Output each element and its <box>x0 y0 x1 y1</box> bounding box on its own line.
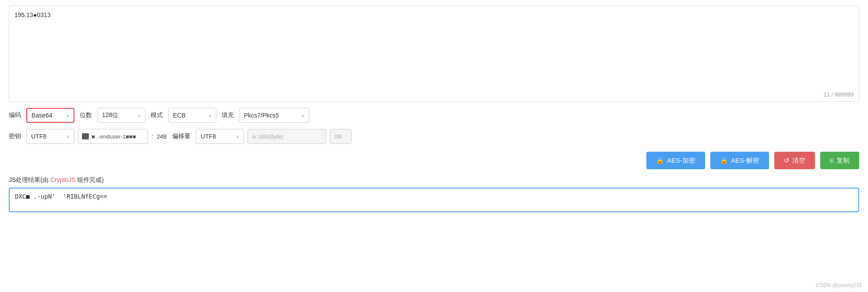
result-label-prefix: JS处理结果(由 <box>9 176 50 183</box>
iv-size-text: 0B <box>335 133 342 140</box>
fill-group: 填充 Pkcs7/Pkcs5 ∨ <box>222 108 309 123</box>
key-encoding-value: UTF8 <box>31 133 46 140</box>
decrypt-lock-icon: 🔒 <box>720 157 728 164</box>
copy-icon: ⎘ <box>830 157 834 164</box>
mode-value: ECB <box>173 112 186 119</box>
bits-select[interactable]: 128位 ∨ <box>97 108 145 123</box>
bits-chevron-icon: ∨ <box>138 113 141 118</box>
bits-label: 位数 <box>80 111 92 119</box>
encoding-label: 编码 <box>9 111 21 119</box>
iv-placeholder-text: iv 16B(Byte) <box>252 133 283 140</box>
key-icon <box>82 133 89 139</box>
key-label: 密钥 <box>9 132 21 140</box>
clear-icon: ↺ <box>784 157 790 164</box>
fill-select[interactable]: Pkcs7/Pkcs5 ∨ <box>239 108 309 123</box>
offset-encoding-chevron-icon: ∨ <box>236 134 239 139</box>
offset-encoding-select[interactable]: UTF8 ∨ <box>196 129 244 144</box>
bits-group: 位数 128位 ∨ <box>80 108 145 123</box>
iv-input[interactable]: iv 16B(Byte) <box>247 129 326 144</box>
key-colon: : <box>152 133 153 140</box>
key-value: ■ .-enduser-1■■■ <box>92 133 136 140</box>
offset-group: 偏移量 UTF8 ∨ iv 16B(Byte) 0B <box>172 129 352 144</box>
mode-select[interactable]: ECB ∨ <box>168 108 216 123</box>
controls-row-2: 密钥 UTF8 ∨ ■ .-enduser-1■■■ : 24B 偏移量 UTF… <box>9 129 859 144</box>
mode-label: 模式 <box>151 111 163 119</box>
fill-chevron-icon: ∨ <box>301 113 304 118</box>
encoding-value: Base64 <box>32 112 52 119</box>
key-encoding-select[interactable]: UTF8 ∨ <box>26 129 74 144</box>
encrypt-label: AES-加密 <box>667 157 695 165</box>
watermark: CSDN @johnny233 <box>816 282 862 288</box>
encoding-chevron-icon: ∨ <box>66 113 69 118</box>
decrypt-label: AES-解密 <box>731 157 759 165</box>
result-section: JS处理结果(由 CryptoJS 组件完成) <box>9 176 859 214</box>
copy-label: 复制 <box>836 157 850 165</box>
encrypt-lock-icon: 🔒 <box>656 157 664 164</box>
result-label: JS处理结果(由 CryptoJS 组件完成) <box>9 176 859 184</box>
key-size: 24B <box>157 133 167 140</box>
encoding-select[interactable]: Base64 ∨ <box>26 108 74 123</box>
result-label-suffix: 组件完成) <box>75 176 104 183</box>
encoding-group: 编码 Base64 ∨ <box>9 108 74 123</box>
key-encoding-chevron-icon: ∨ <box>67 134 70 139</box>
char-count: 11 / 999999 <box>823 91 854 98</box>
clear-label: 清空 <box>792 157 805 165</box>
fill-label: 填充 <box>222 111 234 119</box>
main-container: 195.13●0313 11 / 999999 编码 Base64 ∨ 位数 1… <box>0 0 868 292</box>
key-group: 密钥 UTF8 ∨ ■ .-enduser-1■■■ : 24B <box>9 129 167 144</box>
offset-encoding-value: UTF8 <box>201 133 216 140</box>
cryptojs-link[interactable]: CryptoJS <box>50 176 76 183</box>
result-textarea[interactable] <box>9 188 859 212</box>
input-area: 195.13●0313 11 / 999999 <box>9 5 859 102</box>
iv-size-display: 0B <box>330 129 352 144</box>
decrypt-button[interactable]: 🔒 AES-解密 <box>710 152 769 169</box>
input-text: 195.13●0313 <box>14 10 854 20</box>
offset-label: 偏移量 <box>172 132 191 140</box>
fill-value: Pkcs7/Pkcs5 <box>244 112 279 119</box>
bits-value: 128位 <box>102 111 118 119</box>
key-display[interactable]: ■ .-enduser-1■■■ <box>78 129 148 144</box>
buttons-row: 🔒 AES-加密 🔒 AES-解密 ↺ 清空 ⎘ 复制 <box>9 152 859 169</box>
encrypt-button[interactable]: 🔒 AES-加密 <box>646 152 705 169</box>
mode-group: 模式 ECB ∨ <box>151 108 216 123</box>
mode-chevron-icon: ∨ <box>208 113 212 118</box>
clear-button[interactable]: ↺ 清空 <box>774 152 815 169</box>
copy-button[interactable]: ⎘ 复制 <box>820 152 859 169</box>
controls-row-1: 编码 Base64 ∨ 位数 128位 ∨ 模式 ECB ∨ 填充 Pkcs7/… <box>9 108 859 123</box>
